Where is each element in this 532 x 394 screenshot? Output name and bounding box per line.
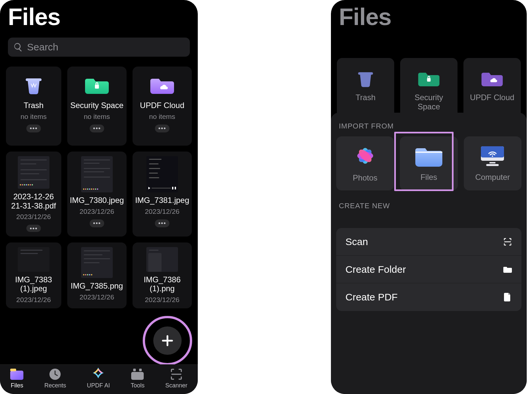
file-date: 2023/12/26 [16, 213, 51, 221]
svg-point-19 [492, 155, 493, 157]
import-label: Photos [353, 173, 377, 183]
import-from-label: IMPORT FROM [336, 122, 521, 130]
more-button[interactable] [155, 219, 169, 227]
folder-icon [503, 265, 512, 274]
file-date: 2023/12/26 [145, 296, 179, 304]
import-files[interactable]: Files [400, 136, 458, 190]
file-tile[interactable]: IMG_7381.jpeg 2023/12/26 [133, 152, 192, 237]
folder-sub: no items [84, 113, 110, 121]
file-date: 2023/12/26 [79, 293, 114, 301]
file-date: 2023/12/26 [16, 296, 51, 304]
folder-tile-trash[interactable]: Trash no items [6, 67, 61, 146]
phone-right: Files Trash Security Space UPDF Cloud IM… [331, 0, 527, 394]
import-label: Computer [475, 173, 510, 182]
import-sheet: IMPORT FROM Photos [331, 113, 527, 394]
create-scan[interactable]: Scan [336, 228, 521, 256]
svg-rect-20 [489, 162, 495, 163]
phone-left: Files Search Trash no items Security Spa… [0, 0, 198, 394]
trash-icon [23, 71, 44, 98]
file-thumb [146, 247, 178, 272]
svg-rect-2 [10, 369, 16, 371]
folder-sub: no items [149, 113, 175, 121]
svg-rect-7 [427, 78, 431, 82]
file-tile[interactable]: IMG_7380.jpeg 2023/12/26 [67, 152, 127, 237]
file-name: IMG_7383 (1).jpeg [9, 275, 59, 293]
more-button[interactable] [90, 219, 104, 227]
search-placeholder: Search [27, 42, 58, 53]
folder-tile-cloud[interactable]: UPDF Cloud no items [133, 67, 192, 146]
folder-sub: no items [20, 113, 46, 121]
more-button[interactable] [26, 125, 41, 132]
file-thumb [18, 247, 49, 272]
tab-updf-ai[interactable]: UPDF AI [87, 368, 110, 389]
file-name: IMG_7386 (1).png [135, 275, 189, 293]
file-tile[interactable]: IMG_7386 (1).png 2023/12/26 [133, 242, 192, 308]
file-thumb [146, 156, 178, 192]
folder-label: Security Space [70, 101, 123, 110]
create-new-label: CREATE NEW [336, 202, 521, 210]
tab-scanner[interactable]: Scanner [165, 368, 187, 389]
create-list: Scan Create Folder Create PDF [336, 228, 521, 311]
import-photos[interactable]: Photos [336, 136, 394, 190]
svg-rect-0 [95, 85, 99, 89]
svg-rect-5 [133, 369, 136, 371]
create-label: Scan [345, 236, 368, 247]
file-date: 2023/12/26 [145, 208, 179, 215]
scan-icon [170, 368, 183, 381]
page-title-dimmed: Files [331, 0, 527, 30]
folder-label: Security Space [403, 93, 455, 111]
tabbar: Files Recents UPDF AI Tools Scanner [0, 364, 198, 394]
lock-folder-icon [85, 71, 109, 98]
file-name: 2023-12-26 21-31-38.pdf [9, 192, 59, 210]
svg-rect-6 [139, 369, 142, 371]
import-label: Files [421, 173, 437, 182]
folder-tile-security[interactable]: Security Space no items [67, 67, 127, 146]
svg-rect-1 [10, 371, 23, 380]
add-button[interactable] [153, 326, 182, 355]
tab-files[interactable]: Files [10, 368, 23, 389]
more-button[interactable] [155, 125, 169, 132]
tab-tools[interactable]: Tools [131, 368, 144, 389]
page-title: Files [0, 0, 198, 30]
file-date: 2023/12/26 [79, 208, 114, 215]
tab-label: Recents [44, 382, 66, 389]
folder-icon [10, 368, 23, 381]
svg-rect-4 [131, 372, 144, 380]
clock-icon [48, 368, 62, 381]
folder-label: UPDF Cloud [140, 101, 185, 110]
folder-label: Trash [356, 93, 375, 102]
file-tile[interactable]: IMG_7385.png 2023/12/26 [67, 242, 127, 308]
search-icon [13, 42, 23, 52]
more-button[interactable] [26, 225, 41, 232]
import-computer[interactable]: Computer [464, 136, 521, 190]
file-thumb [81, 247, 113, 278]
file-thumb [18, 156, 49, 189]
create-pdf[interactable]: Create PDF [336, 283, 521, 311]
folder-icon [415, 145, 442, 168]
import-row: Photos Files Computer [336, 136, 521, 190]
trash-icon [356, 66, 375, 90]
create-folder[interactable]: Create Folder [336, 256, 521, 283]
svg-rect-16 [415, 152, 442, 153]
tab-label: Scanner [165, 382, 187, 389]
create-label: Create Folder [345, 264, 406, 275]
file-tile[interactable]: 2023-12-26 21-31-38.pdf 2023/12/26 [6, 152, 61, 237]
svg-rect-21 [486, 164, 499, 166]
scan-icon [503, 237, 512, 246]
file-name: IMG_7380.jpeg [70, 196, 124, 205]
file-tile[interactable]: IMG_7383 (1).jpeg 2023/12/26 [6, 242, 61, 308]
folder-label: UPDF Cloud [470, 93, 515, 102]
tab-label: Files [11, 382, 23, 389]
tab-recents[interactable]: Recents [44, 368, 66, 389]
spark-icon [92, 368, 105, 381]
photos-icon [354, 144, 377, 169]
folder-label: Trash [24, 101, 44, 110]
tab-label: UPDF AI [87, 382, 110, 389]
file-name: IMG_7385.png [71, 281, 123, 291]
file-name: IMG_7381.jpeg [135, 196, 189, 205]
folder-grid: Trash no items Security Space no items U… [6, 67, 192, 308]
more-button[interactable] [90, 125, 104, 132]
search-input[interactable]: Search [8, 38, 190, 57]
create-label: Create PDF [345, 292, 398, 303]
doc-icon [503, 293, 512, 302]
